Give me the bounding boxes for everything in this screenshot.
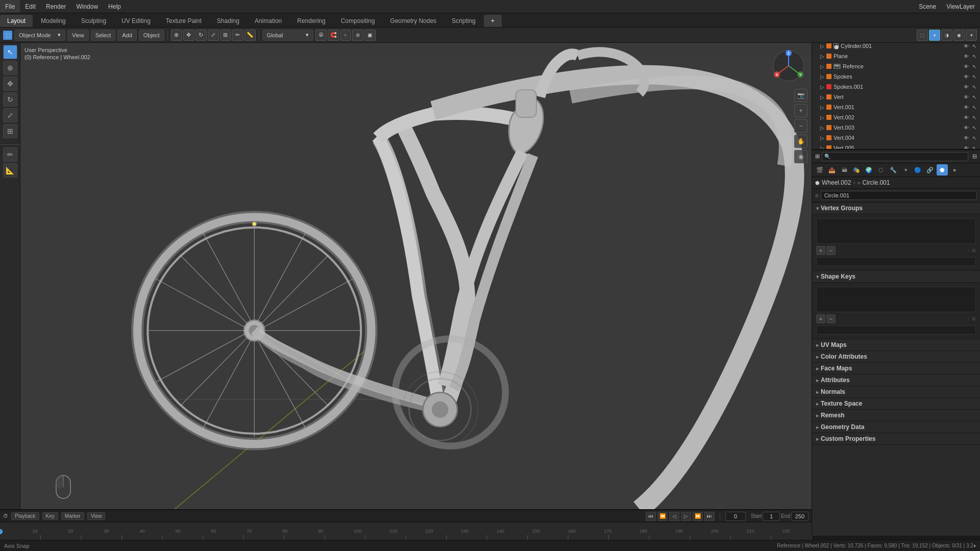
props-tab-render[interactable]: 🎬 <box>814 164 825 176</box>
face-maps-header[interactable]: ▸ Face Maps <box>812 363 980 374</box>
prev-frame-btn[interactable]: ⏪ <box>657 512 668 521</box>
key-menu[interactable]: Key <box>42 512 58 520</box>
props-tab-output[interactable]: 📤 <box>826 164 838 176</box>
measure-tool-icon[interactable]: 📏 <box>244 30 256 41</box>
transform-tool-icon[interactable]: ⊞ <box>220 30 231 41</box>
measure-tool[interactable]: 📐 <box>3 163 17 178</box>
normals-header[interactable]: ▸ Normals <box>812 386 980 398</box>
uv-maps-header[interactable]: ▸ UV Maps <box>812 339 980 351</box>
sk-add-btn[interactable]: + <box>816 314 825 323</box>
render-preview-tool[interactable]: ◉ <box>794 150 807 163</box>
breadcrumb-circle001[interactable]: Circle.001 <box>862 179 890 186</box>
outliner-item-vert002[interactable]: ▷ Vert.002 👁 ↖ <box>818 112 980 122</box>
start-frame-field[interactable]: 1 <box>763 512 780 521</box>
proportional-icon[interactable]: ○ <box>340 30 351 41</box>
vis-sel-vert003[interactable]: ↖ <box>971 125 978 131</box>
custom-properties-header[interactable]: ▸ Custom Properties <box>812 433 980 445</box>
zoom-in-tool[interactable]: + <box>794 104 807 117</box>
sk-expand-icon[interactable]: ⊞ <box>972 316 976 321</box>
material-shade-icon[interactable]: ◑ <box>941 30 952 41</box>
outliner-item-vert003[interactable]: ▷ Vert.003 👁 ↖ <box>818 122 980 133</box>
shade-options-icon[interactable]: ▾ <box>966 30 977 41</box>
vis-sel-refence[interactable]: ↖ <box>971 64 978 69</box>
props-tab-data[interactable]: ⬟ <box>937 164 948 176</box>
vis-eye-vert[interactable]: 👁 <box>963 94 970 100</box>
props-tab-view-layer[interactable]: 🏔 <box>839 164 850 176</box>
vis-sel-spokes001[interactable]: ↖ <box>971 84 978 90</box>
outliner-item-spokes001[interactable]: ▷ Spokes.001 👁 ↖ <box>818 82 980 92</box>
transform-tool[interactable]: ⊞ <box>3 124 17 138</box>
vis-sel-cylinder001[interactable]: ↖ <box>971 43 978 49</box>
rotate-tool-icon[interactable]: ↻ <box>195 30 207 41</box>
props-tab-object[interactable]: ⬡ <box>875 164 887 176</box>
tab-shading[interactable]: Shading <box>210 15 247 27</box>
zoom-out-tool[interactable]: − <box>794 119 807 133</box>
outliner-item-refence[interactable]: ▷ 📷 Refence 👁 ↖ <box>818 61 980 71</box>
tab-animation[interactable]: Animation <box>248 15 289 27</box>
timeline-ruler[interactable]: 0 10 20 30 40 50 60 70 80 90 100 110 120… <box>0 522 812 541</box>
tab-scripting[interactable]: Scripting <box>445 15 483 27</box>
move-tool-icon[interactable]: ✥ <box>183 30 194 41</box>
props-filter-icon[interactable]: ⊟ <box>972 153 977 160</box>
tab-sculpting[interactable]: Sculpting <box>74 15 113 27</box>
vis-sel-plane[interactable]: ↖ <box>971 54 978 59</box>
object-menu[interactable]: Object <box>139 30 164 41</box>
vis-eye-vert003[interactable]: 👁 <box>963 125 970 131</box>
vis-sel-spokes[interactable]: ↖ <box>971 74 978 80</box>
tab-compositing[interactable]: Compositing <box>334 15 382 27</box>
annotate-tool-icon[interactable]: ✏ <box>232 30 243 41</box>
next-frame-btn[interactable]: ⏩ <box>693 512 703 521</box>
texture-space-header[interactable]: ▸ Texture Space <box>812 398 980 410</box>
vertex-groups-scrollbar[interactable] <box>816 257 976 266</box>
outliner-item-spokes[interactable]: ▷ Spokes 👁 ↖ <box>818 71 980 82</box>
vg-expand-icon[interactable]: ⊞ <box>972 248 976 253</box>
geometry-data-header[interactable]: ▸ Geometry Data <box>812 421 980 433</box>
vis-sel-vert001[interactable]: ↖ <box>971 105 978 110</box>
props-tab-constraints[interactable]: 🔗 <box>924 164 936 176</box>
vis-eye-cylinder001[interactable]: 👁 <box>963 43 970 49</box>
select-menu[interactable]: Select <box>91 30 116 41</box>
jump-end-btn[interactable]: ⏭ <box>704 512 715 521</box>
transform-space-selector[interactable]: Global ▾ <box>262 30 313 41</box>
props-tab-physics[interactable]: 🔵 <box>912 164 923 176</box>
tab-geometry-nodes[interactable]: Geometry Nodes <box>383 15 444 27</box>
move-tool[interactable]: ✥ <box>3 77 17 91</box>
scale-tool-icon[interactable]: ⤢ <box>208 30 219 41</box>
editor-type-btn[interactable]: ⬚ <box>3 31 12 40</box>
menu-render[interactable]: Render <box>41 0 71 13</box>
viewlayer-selector[interactable]: ViewLayer <box>941 0 980 13</box>
3d-viewport[interactable]: RRCG 人人素材 RRCG 人人素材 RRCG 人人素材 RRCG 人人素材 … <box>20 43 812 536</box>
annotate-tool[interactable]: ✏ <box>3 147 17 162</box>
outliner-item-vert004[interactable]: ▷ Vert.004 👁 ↖ <box>818 133 980 143</box>
vertex-groups-header[interactable]: ▾ Vertex Groups <box>812 203 980 214</box>
sk-more-icon[interactable]: ⋮ <box>966 316 971 321</box>
end-frame-field[interactable]: 250 <box>791 512 808 521</box>
color-attributes-header[interactable]: ▸ Color Attributes <box>812 351 980 363</box>
snap-icon[interactable]: 🧲 <box>328 30 339 41</box>
vis-eye-vert001[interactable]: 👁 <box>963 105 970 110</box>
view-menu-tl[interactable]: View <box>87 512 106 520</box>
add-menu[interactable]: Add <box>117 30 137 41</box>
vis-sel-vert005[interactable]: ↖ <box>971 145 978 149</box>
props-search-box[interactable]: 🔍 <box>822 152 968 161</box>
vis-eye-vert005[interactable]: 👁 <box>963 145 970 149</box>
vis-eye-refence[interactable]: 👁 <box>963 64 970 69</box>
props-tab-world[interactable]: 🌍 <box>863 164 874 176</box>
vis-sel-vert004[interactable]: ↖ <box>971 135 978 141</box>
shape-keys-header[interactable]: ▾ Shape Keys <box>812 271 980 283</box>
vg-add-btn[interactable]: + <box>816 246 825 255</box>
cursor-tool-icon[interactable]: ⊕ <box>171 30 182 41</box>
menu-help[interactable]: Help <box>103 0 126 13</box>
menu-file[interactable]: File <box>0 0 20 13</box>
vis-sel-vert[interactable]: ↖ <box>971 94 978 100</box>
playback-menu[interactable]: Playback <box>11 512 39 520</box>
solid-shade-icon[interactable]: ● <box>929 30 940 41</box>
remesh-header[interactable]: ▸ Remesh <box>812 410 980 421</box>
current-frame-field[interactable]: 0 <box>725 512 746 521</box>
play-btn[interactable]: ▷ <box>681 512 691 521</box>
vis-eye-vert004[interactable]: 👁 <box>963 135 970 141</box>
mesh-name-field[interactable]: Circle.001 <box>821 191 977 200</box>
viewport-navigation-gizmo[interactable]: Z Y X <box>771 48 806 84</box>
tab-modeling[interactable]: Modeling <box>34 15 73 27</box>
tab-rendering[interactable]: Rendering <box>290 15 332 27</box>
